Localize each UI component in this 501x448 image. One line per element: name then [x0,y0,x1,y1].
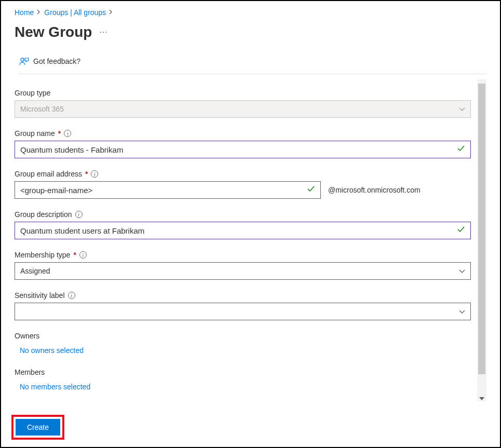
members-select-link[interactable]: No members selected [20,383,471,391]
email-domain-suffix: @microsoft.onmicrosoft.com [328,186,421,194]
info-icon[interactable]: i [64,130,71,137]
members-label: Members [15,368,471,376]
group-description-value: Quantum student users at Fabrikam [20,226,144,235]
chevron-right-icon [109,9,113,16]
breadcrumb-groups[interactable]: Groups | All groups [44,8,106,17]
membership-type-select[interactable]: Assigned [15,262,471,280]
membership-type-value: Assigned [20,267,50,275]
group-type-label: Group type [15,89,50,97]
sensitivity-label-select[interactable] [15,303,471,320]
check-icon [307,185,315,195]
group-description-label: Group description [15,210,72,219]
owners-select-link[interactable]: No owners selected [20,346,471,355]
group-description-input[interactable]: Quantum student users at Fabrikam [15,222,471,239]
group-name-label: Group name [15,129,55,138]
group-email-input[interactable]: <group-email-name> [15,181,321,199]
info-icon[interactable]: i [75,211,83,218]
info-icon[interactable]: i [79,251,87,259]
check-icon [457,144,465,155]
sensitivity-label-label: Sensitivity label [15,291,65,300]
feedback-person-icon [19,56,29,66]
group-type-value: Microsoft 365 [20,105,64,113]
chevron-right-icon [37,9,41,16]
feedback-link[interactable]: Got feedback? [19,56,486,74]
vertical-scrollbar[interactable] [477,79,486,401]
scroll-down-icon[interactable] [479,397,484,400]
breadcrumb-home[interactable]: Home [15,8,34,17]
breadcrumb: Home Groups | All groups [15,8,486,17]
group-name-input[interactable]: Quantum students - Fabrikam [15,141,471,158]
more-actions-button[interactable]: ··· [99,28,107,37]
required-indicator: * [58,129,61,138]
check-icon [457,225,465,236]
group-type-select[interactable]: Microsoft 365 [15,100,471,118]
info-icon[interactable]: i [91,170,98,178]
info-icon[interactable]: i [68,292,75,299]
chevron-down-icon [459,267,465,275]
scrollbar-thumb[interactable] [478,84,485,374]
create-button-highlight: Create [11,415,64,440]
chevron-down-icon [459,307,465,316]
chevron-down-icon [459,105,465,113]
footer: Create [1,409,500,447]
group-email-value: <group-email-name> [20,186,92,195]
required-indicator: * [85,170,88,178]
membership-type-label: Membership type [15,251,70,259]
group-email-label: Group email address [15,170,82,178]
owners-label: Owners [15,332,471,340]
page-title: New Group [15,24,92,40]
create-button[interactable]: Create [16,419,60,436]
group-name-value: Quantum students - Fabrikam [20,145,123,154]
required-indicator: * [73,251,76,259]
feedback-label: Got feedback? [33,57,80,65]
svg-point-0 [21,58,24,61]
